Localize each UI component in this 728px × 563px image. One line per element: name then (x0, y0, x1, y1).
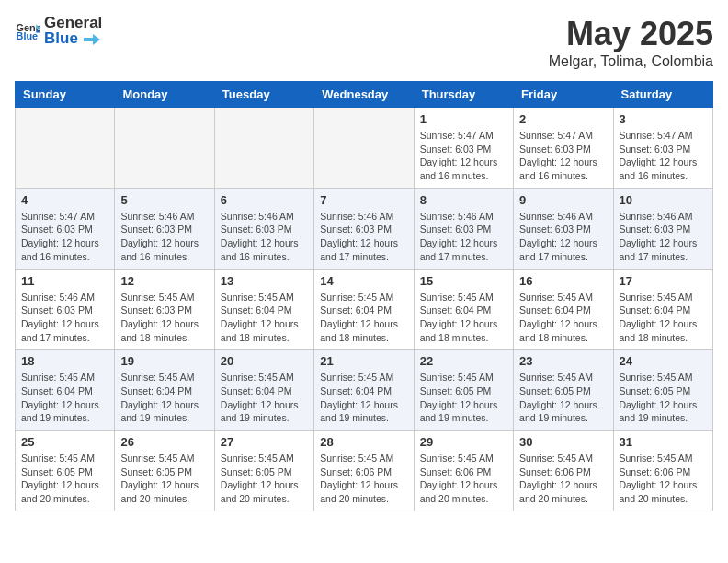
calendar-day: 10Sunrise: 5:46 AM Sunset: 6:03 PM Dayli… (613, 188, 712, 269)
day-number: 7 (320, 193, 407, 207)
day-info: Sunrise: 5:45 AM Sunset: 6:04 PM Dayligh… (320, 371, 407, 425)
calendar-day: 15Sunrise: 5:45 AM Sunset: 6:04 PM Dayli… (414, 269, 513, 350)
calendar-day: 25Sunrise: 5:45 AM Sunset: 6:05 PM Dayli… (16, 431, 115, 511)
calendar-day: 13Sunrise: 5:45 AM Sunset: 6:04 PM Dayli… (214, 269, 313, 350)
day-number: 10 (620, 193, 707, 207)
day-info: Sunrise: 5:46 AM Sunset: 6:03 PM Dayligh… (420, 210, 507, 264)
calendar-day: 6Sunrise: 5:46 AM Sunset: 6:03 PM Daylig… (214, 188, 313, 269)
day-info: Sunrise: 5:45 AM Sunset: 6:05 PM Dayligh… (420, 371, 507, 425)
day-number: 8 (420, 193, 507, 207)
day-header-monday: Monday (115, 82, 214, 108)
day-info: Sunrise: 5:46 AM Sunset: 6:03 PM Dayligh… (320, 210, 407, 264)
day-number: 16 (519, 274, 607, 288)
day-info: Sunrise: 5:45 AM Sunset: 6:03 PM Dayligh… (120, 291, 208, 345)
svg-marker-4 (84, 34, 100, 45)
day-number: 14 (320, 274, 407, 288)
main-title: May 2025 (549, 15, 713, 53)
day-info: Sunrise: 5:45 AM Sunset: 6:04 PM Dayligh… (21, 371, 108, 425)
calendar-day: 26Sunrise: 5:45 AM Sunset: 6:05 PM Dayli… (115, 431, 214, 511)
calendar-day: 30Sunrise: 5:45 AM Sunset: 6:06 PM Dayli… (514, 431, 613, 511)
day-number: 3 (620, 112, 707, 126)
day-info: Sunrise: 5:45 AM Sunset: 6:04 PM Dayligh… (620, 291, 707, 345)
calendar-day: 19Sunrise: 5:45 AM Sunset: 6:04 PM Dayli… (115, 350, 214, 431)
calendar-week-4: 18Sunrise: 5:45 AM Sunset: 6:04 PM Dayli… (16, 350, 713, 431)
day-number: 15 (420, 274, 507, 288)
day-number: 28 (320, 435, 407, 449)
day-info: Sunrise: 5:45 AM Sunset: 6:05 PM Dayligh… (221, 452, 308, 506)
day-number: 12 (120, 274, 208, 288)
day-header-thursday: Thursday (414, 82, 513, 108)
day-info: Sunrise: 5:45 AM Sunset: 6:05 PM Dayligh… (120, 452, 208, 506)
day-number: 25 (21, 435, 108, 449)
logo-arrow-icon (84, 31, 100, 48)
day-info: Sunrise: 5:45 AM Sunset: 6:04 PM Dayligh… (120, 371, 208, 425)
calendar-day: 4Sunrise: 5:47 AM Sunset: 6:03 PM Daylig… (16, 188, 115, 269)
calendar-day: 20Sunrise: 5:45 AM Sunset: 6:04 PM Dayli… (214, 350, 313, 431)
calendar-week-5: 25Sunrise: 5:45 AM Sunset: 6:05 PM Dayli… (16, 431, 713, 511)
calendar-day: 3Sunrise: 5:47 AM Sunset: 6:03 PM Daylig… (613, 108, 712, 189)
calendar-day: 9Sunrise: 5:46 AM Sunset: 6:03 PM Daylig… (514, 188, 613, 269)
day-info: Sunrise: 5:47 AM Sunset: 6:03 PM Dayligh… (21, 210, 108, 264)
calendar-day: 21Sunrise: 5:45 AM Sunset: 6:04 PM Dayli… (314, 350, 414, 431)
calendar-day: 17Sunrise: 5:45 AM Sunset: 6:04 PM Dayli… (613, 269, 712, 350)
logo-icon: General Blue (15, 18, 40, 44)
day-header-wednesday: Wednesday (314, 82, 414, 108)
day-header-tuesday: Tuesday (214, 82, 313, 108)
calendar-day: 11Sunrise: 5:46 AM Sunset: 6:03 PM Dayli… (16, 269, 115, 350)
day-number: 4 (21, 193, 108, 207)
day-number: 27 (221, 435, 308, 449)
page-header: General Blue General Blue May 2025 Melga… (15, 15, 713, 70)
calendar-day: 31Sunrise: 5:45 AM Sunset: 6:06 PM Dayli… (613, 431, 712, 511)
calendar-day: 24Sunrise: 5:45 AM Sunset: 6:05 PM Dayli… (613, 350, 712, 431)
day-number: 30 (519, 435, 607, 449)
day-number: 2 (519, 112, 607, 126)
day-info: Sunrise: 5:45 AM Sunset: 6:05 PM Dayligh… (519, 371, 607, 425)
calendar-week-2: 4Sunrise: 5:47 AM Sunset: 6:03 PM Daylig… (16, 188, 713, 269)
day-info: Sunrise: 5:45 AM Sunset: 6:06 PM Dayligh… (420, 452, 507, 506)
day-info: Sunrise: 5:46 AM Sunset: 6:03 PM Dayligh… (620, 210, 707, 264)
calendar-day: 28Sunrise: 5:45 AM Sunset: 6:06 PM Dayli… (314, 431, 414, 511)
calendar-day: 18Sunrise: 5:45 AM Sunset: 6:04 PM Dayli… (16, 350, 115, 431)
calendar-day: 7Sunrise: 5:46 AM Sunset: 6:03 PM Daylig… (314, 188, 414, 269)
day-info: Sunrise: 5:45 AM Sunset: 6:04 PM Dayligh… (320, 291, 407, 345)
calendar-day: 5Sunrise: 5:46 AM Sunset: 6:03 PM Daylig… (115, 188, 214, 269)
day-number: 11 (21, 274, 108, 288)
day-number: 6 (221, 193, 308, 207)
day-number: 26 (120, 435, 208, 449)
day-info: Sunrise: 5:45 AM Sunset: 6:04 PM Dayligh… (519, 291, 607, 345)
title-area: May 2025 Melgar, Tolima, Colombia (549, 15, 713, 70)
calendar-day (214, 108, 313, 189)
header-row: SundayMondayTuesdayWednesdayThursdayFrid… (16, 82, 713, 108)
calendar-week-1: 1Sunrise: 5:47 AM Sunset: 6:03 PM Daylig… (16, 108, 713, 189)
day-info: Sunrise: 5:47 AM Sunset: 6:03 PM Dayligh… (620, 129, 707, 183)
calendar-day: 27Sunrise: 5:45 AM Sunset: 6:05 PM Dayli… (214, 431, 313, 511)
day-number: 5 (120, 193, 208, 207)
day-info: Sunrise: 5:45 AM Sunset: 6:04 PM Dayligh… (420, 291, 507, 345)
calendar-day: 23Sunrise: 5:45 AM Sunset: 6:05 PM Dayli… (514, 350, 613, 431)
day-header-friday: Friday (514, 82, 613, 108)
day-info: Sunrise: 5:46 AM Sunset: 6:03 PM Dayligh… (221, 210, 308, 264)
day-number: 13 (221, 274, 308, 288)
logo-blue-text: Blue (44, 29, 78, 47)
day-info: Sunrise: 5:47 AM Sunset: 6:03 PM Dayligh… (519, 129, 607, 183)
day-number: 19 (120, 354, 208, 368)
day-number: 20 (221, 354, 308, 368)
calendar-day: 2Sunrise: 5:47 AM Sunset: 6:03 PM Daylig… (514, 108, 613, 189)
day-number: 1 (420, 112, 507, 126)
calendar-day (115, 108, 214, 189)
calendar-week-3: 11Sunrise: 5:46 AM Sunset: 6:03 PM Dayli… (16, 269, 713, 350)
day-number: 21 (320, 354, 407, 368)
calendar-day: 22Sunrise: 5:45 AM Sunset: 6:05 PM Dayli… (414, 350, 513, 431)
day-info: Sunrise: 5:45 AM Sunset: 6:04 PM Dayligh… (221, 291, 308, 345)
day-info: Sunrise: 5:45 AM Sunset: 6:06 PM Dayligh… (320, 452, 407, 506)
day-number: 17 (620, 274, 707, 288)
day-number: 29 (420, 435, 507, 449)
day-info: Sunrise: 5:45 AM Sunset: 6:06 PM Dayligh… (519, 452, 607, 506)
calendar-day (314, 108, 414, 189)
day-number: 24 (620, 354, 707, 368)
day-number: 18 (21, 354, 108, 368)
day-info: Sunrise: 5:45 AM Sunset: 6:05 PM Dayligh… (620, 371, 707, 425)
calendar-day: 1Sunrise: 5:47 AM Sunset: 6:03 PM Daylig… (414, 108, 513, 189)
day-header-saturday: Saturday (613, 82, 712, 108)
svg-text:Blue: Blue (17, 30, 39, 41)
